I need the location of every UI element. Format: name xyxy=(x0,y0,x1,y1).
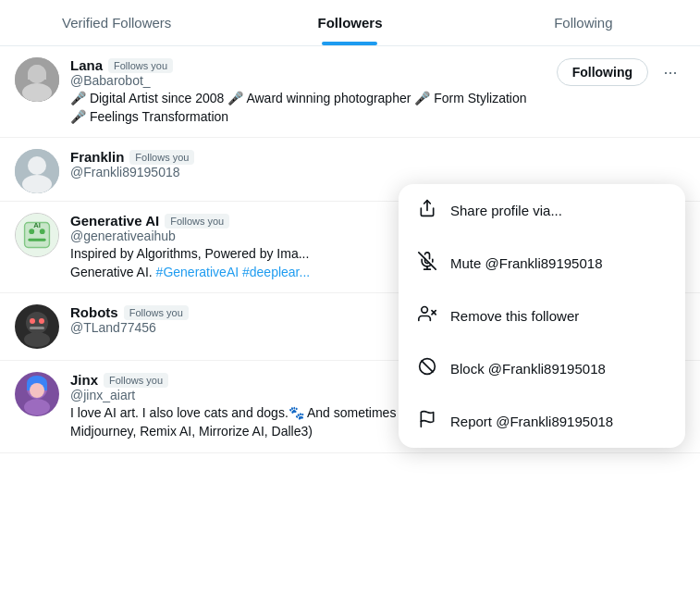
more-button-lana[interactable]: ··· xyxy=(656,57,685,87)
svg-line-16 xyxy=(422,361,433,372)
follows-you-badge-jinx: Follows you xyxy=(104,373,168,388)
more-icon-lana: ··· xyxy=(663,63,677,82)
follows-you-badge-lana: Follows you xyxy=(108,58,173,73)
row-actions-lana: Following ··· xyxy=(557,57,685,87)
dropdown-item-remove-follower[interactable]: Remove this follower xyxy=(399,290,685,342)
dropdown-item-block[interactable]: Block @Frankli89195018 xyxy=(399,342,685,395)
svg-point-27 xyxy=(39,318,44,324)
user-handle-franklin: @Frankli89195018 xyxy=(70,165,685,179)
svg-rect-22 xyxy=(28,239,45,241)
hashtag-generativeai[interactable]: #GenerativeAI xyxy=(156,265,239,279)
svg-rect-28 xyxy=(30,327,44,329)
dropdown-item-report[interactable]: Report @Frankli89195018 xyxy=(399,395,685,448)
svg-point-29 xyxy=(24,332,50,347)
dropdown-item-share-profile[interactable]: Share profile via... xyxy=(399,184,685,237)
follows-you-badge-franklin: Follows you xyxy=(129,150,194,165)
svg-point-12 xyxy=(422,307,428,314)
tab-following[interactable]: Following xyxy=(467,0,700,45)
dropdown-item-label-block: Block @Frankli89195018 xyxy=(450,361,606,377)
user-row-franklin: Franklin Follows you @Frankli89195018 Sh… xyxy=(0,138,700,202)
dropdown-item-label-report: Report @Frankli89195018 xyxy=(450,414,613,429)
share-icon xyxy=(417,199,437,222)
user-row-lana: Lana Follows you @Babarobot_ 🎤 Digital A… xyxy=(0,46,700,138)
avatar-generative-ai: AI xyxy=(15,213,59,257)
user-name-lana: Lana xyxy=(70,57,103,73)
follows-you-badge-robots: Follows you xyxy=(124,305,189,320)
tab-followers[interactable]: Followers xyxy=(233,0,466,45)
user-name-jinx: Jinx xyxy=(70,372,98,388)
following-button-lana[interactable]: Following xyxy=(557,58,648,86)
avatar-franklin xyxy=(15,149,59,193)
user-name-generative-ai: Generative AI xyxy=(70,213,159,229)
user-name-franklin: Franklin xyxy=(70,149,124,165)
svg-rect-4 xyxy=(28,74,46,80)
user-info-franklin: Franklin Follows you @Frankli89195018 xyxy=(70,149,685,181)
remove-follower-icon xyxy=(417,304,437,328)
block-icon xyxy=(417,357,437,380)
report-icon xyxy=(417,410,437,433)
svg-point-6 xyxy=(28,156,46,175)
avatar-jinx xyxy=(15,372,59,416)
svg-point-26 xyxy=(30,318,35,324)
user-info-lana: Lana Follows you @Babarobot_ 🎤 Digital A… xyxy=(70,57,546,126)
avatar-robots xyxy=(15,304,59,349)
follows-you-badge-generative-ai: Follows you xyxy=(165,214,229,229)
dropdown-menu-franklin: Share profile via... Mute @Frankli891950… xyxy=(399,184,685,448)
svg-point-2 xyxy=(22,83,52,102)
svg-point-25 xyxy=(26,312,48,334)
hashtag-deeplearn[interactable]: #deeplear... xyxy=(242,265,310,279)
svg-point-7 xyxy=(22,175,52,193)
svg-point-34 xyxy=(30,383,44,398)
dropdown-item-mute[interactable]: Mute @Frankli89195018 xyxy=(399,237,685,290)
avatar-lana xyxy=(15,57,59,102)
dropdown-item-label-share: Share profile via... xyxy=(450,203,562,218)
tab-verified-followers[interactable]: Verified Followers xyxy=(0,0,233,45)
svg-point-35 xyxy=(24,399,50,415)
user-handle-lana: @Babarobot_ xyxy=(70,73,546,88)
user-name-robots: Robots xyxy=(70,304,118,320)
mute-icon xyxy=(417,252,437,275)
tabs-navigation: Verified Followers Followers Following xyxy=(0,0,700,46)
svg-text:AI: AI xyxy=(33,222,41,230)
user-bio-lana: 🎤 Digital Artist since 2008 🎤 Award winn… xyxy=(70,90,546,126)
dropdown-item-label-mute: Mute @Frankli89195018 xyxy=(450,255,603,271)
dropdown-item-label-remove: Remove this follower xyxy=(450,308,579,324)
